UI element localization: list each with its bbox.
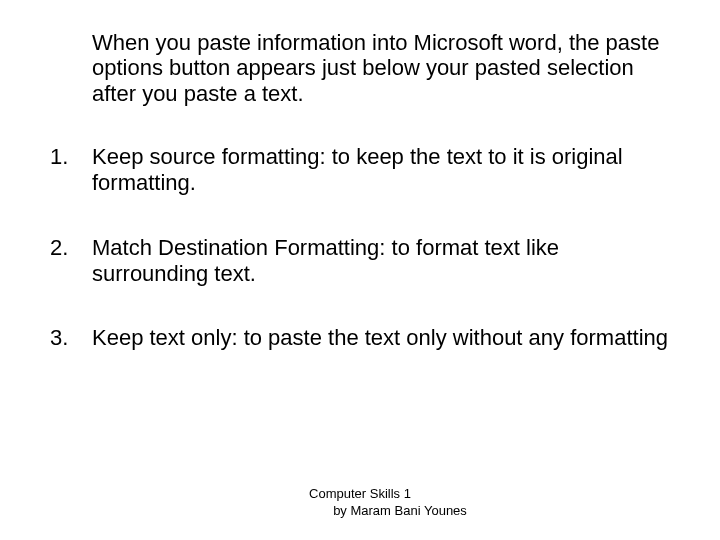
list-text: Match Destination Formatting: to format … bbox=[92, 235, 670, 288]
list-item: 1. Keep source formatting: to keep the t… bbox=[50, 144, 670, 197]
list-item: 3. Keep text only: to paste the text onl… bbox=[50, 325, 670, 351]
list-number: 2. bbox=[50, 235, 92, 288]
footer-author: by Maram Bani Younes bbox=[80, 503, 720, 520]
footer: Computer Skills 1 by Maram Bani Younes bbox=[0, 486, 720, 520]
list-number: 3. bbox=[50, 325, 92, 351]
list-number: 1. bbox=[50, 144, 92, 197]
intro-paragraph: When you paste information into Microsof… bbox=[92, 30, 670, 106]
footer-title: Computer Skills 1 bbox=[309, 486, 411, 501]
list-text: Keep text only: to paste the text only w… bbox=[92, 325, 670, 351]
list-text: Keep source formatting: to keep the text… bbox=[92, 144, 670, 197]
list-item: 2. Match Destination Formatting: to form… bbox=[50, 235, 670, 288]
